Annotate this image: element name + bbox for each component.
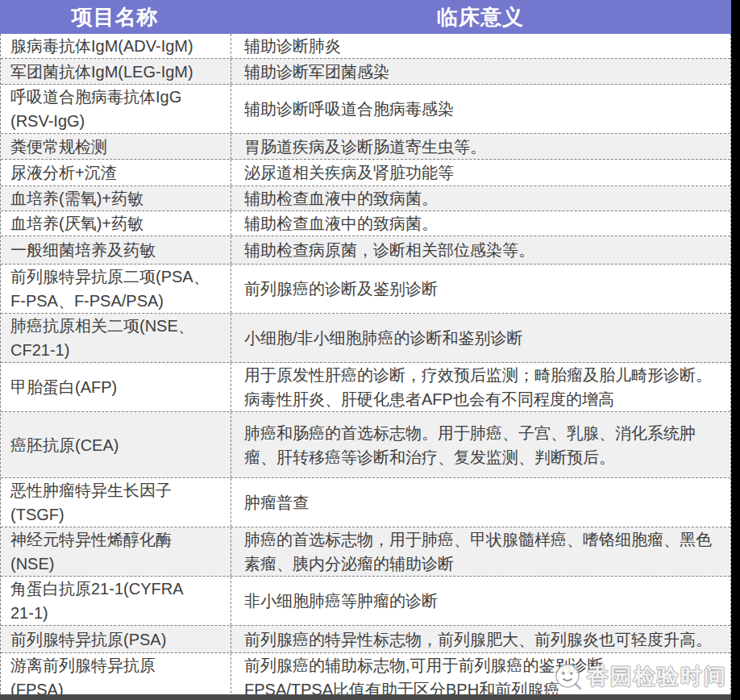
clinical-meaning-cell: 辅助检查血液中的致病菌。 bbox=[231, 211, 730, 235]
project-name-cell: 游离前列腺特异抗原 (FPSA) bbox=[1, 653, 231, 700]
project-name-cell: 癌胚抗原(CEA) bbox=[1, 412, 231, 477]
table-row: 恶性肿瘤特异生长因子 (TSGF)肿瘤普查 bbox=[1, 478, 730, 527]
project-name-cell: 呼吸道合胞病毒抗体IgG (RSV-IgG) bbox=[1, 85, 231, 133]
table-row: 血培养(厌氧)+药敏辅助检查血液中的致病菌。 bbox=[1, 211, 730, 236]
table-row: 前列腺特异抗原(PSA)前列腺癌的特异性标志物，前列腺肥大、前列腺炎也可轻度升高… bbox=[1, 626, 730, 653]
project-name-cell: 粪便常规检测 bbox=[1, 134, 231, 159]
project-name-cell: 肺癌抗原相关二项(NSE、 CF21-1) bbox=[1, 314, 231, 362]
table-body: 腺病毒抗体IgM(ADV-IgM)辅助诊断肺炎军团菌抗体IgM(LEG-IgM)… bbox=[0, 34, 731, 700]
table-row: 角蛋白抗原21-1(CYFRA 21-1)非小细胞肺癌等肿瘤的诊断 bbox=[1, 577, 730, 626]
table-header-row: 项目名称 临床意义 bbox=[0, 0, 731, 34]
clinical-meaning-cell: 辅助诊断呼吸道合胞病毒感染 bbox=[231, 85, 730, 133]
header-clinical-meaning: 临床意义 bbox=[230, 3, 731, 31]
table-row: 癌胚抗原(CEA)肺癌和肠癌的首选标志物。用于肺癌、子宫、乳腺、消化系统肿瘤、肝… bbox=[1, 412, 730, 478]
project-name-cell: 血培养(需氧)+药敏 bbox=[1, 186, 231, 210]
clinical-meaning-cell: 前列腺癌的特异性标志物，前列腺肥大、前列腺炎也可轻度升高。 bbox=[231, 626, 730, 652]
clinical-meaning-cell: 前列腺癌的诊断及鉴别诊断 bbox=[231, 265, 730, 313]
project-name-cell: 血培养(厌氧)+药敏 bbox=[1, 211, 231, 235]
clinical-meaning-cell: 辅助检查血液中的致病菌。 bbox=[231, 186, 730, 210]
bottom-edge-bar bbox=[0, 694, 740, 700]
project-name-cell: 甲胎蛋白(AFP) bbox=[1, 363, 231, 411]
project-name-cell: 恶性肿瘤特异生长因子 (TSGF) bbox=[1, 478, 231, 527]
project-name-cell: 一般细菌培养及药敏 bbox=[1, 236, 231, 264]
clinical-meaning-cell: 小细胞/非小细胞肺癌的诊断和鉴别诊断 bbox=[231, 314, 730, 362]
table-row: 血培养(需氧)+药敏辅助检查血液中的致病菌。 bbox=[1, 186, 730, 211]
project-name-cell: 神经元特异性烯醇化酶 (NSE) bbox=[1, 527, 231, 576]
project-name-cell: 前列腺特异抗原二项(PSA、 F-PSA、F-PSA/PSA) bbox=[1, 265, 231, 313]
watermark-text: 香园检验时间 bbox=[587, 662, 727, 691]
table-row: 呼吸道合胞病毒抗体IgG (RSV-IgG)辅助诊断呼吸道合胞病毒感染 bbox=[1, 85, 730, 134]
table-row: 腺病毒抗体IgM(ADV-IgM)辅助诊断肺炎 bbox=[1, 34, 730, 59]
table-row: 尿液分析+沉渣泌尿道相关疾病及肾脏功能等 bbox=[1, 160, 730, 186]
header-project-name: 项目名称 bbox=[0, 3, 230, 31]
table-row: 粪便常规检测胃肠道疾病及诊断肠道寄生虫等。 bbox=[1, 134, 730, 160]
project-name-cell: 角蛋白抗原21-1(CYFRA 21-1) bbox=[1, 577, 231, 625]
table-row: 甲胎蛋白(AFP)用于原发性肝癌的诊断，疗效预后监测；畸胎瘤及胎儿畸形诊断。 病… bbox=[1, 363, 730, 412]
clinical-meaning-cell: 用于原发性肝癌的诊断，疗效预后监测；畸胎瘤及胎儿畸形诊断。 病毒性肝炎、肝硬化患… bbox=[231, 363, 730, 411]
project-name-cell: 腺病毒抗体IgM(ADV-IgM) bbox=[1, 34, 231, 58]
table-row: 前列腺特异抗原二项(PSA、 F-PSA、F-PSA/PSA)前列腺癌的诊断及鉴… bbox=[1, 265, 730, 314]
clinical-meaning-cell: 胃肠道疾病及诊断肠道寄生虫等。 bbox=[231, 134, 730, 159]
clinical-meaning-cell: 辅助诊断军团菌感染 bbox=[231, 59, 730, 84]
clinical-meaning-cell: 辅助诊断肺炎 bbox=[231, 34, 730, 58]
project-name-cell: 前列腺特异抗原(PSA) bbox=[1, 626, 231, 652]
clinical-meaning-cell: 非小细胞肺癌等肿瘤的诊断 bbox=[231, 577, 730, 625]
magnifier-face-logo-icon bbox=[553, 661, 584, 692]
clinical-meaning-cell: 泌尿道相关疾病及肾脏功能等 bbox=[231, 160, 730, 185]
clinical-meaning-cell: 辅助检查病原菌，诊断相关部位感染等。 bbox=[231, 236, 730, 264]
watermark: 香园检验时间 bbox=[553, 661, 727, 692]
table-row: 军团菌抗体IgM(LEG-IgM)辅助诊断军团菌感染 bbox=[1, 59, 730, 85]
table-row: 神经元特异性烯醇化酶 (NSE)肺癌的首选标志物，用于肺癌、甲状腺髓样癌、嗜铬细… bbox=[1, 527, 730, 577]
table-row: 一般细菌培养及药敏辅助检查病原菌，诊断相关部位感染等。 bbox=[1, 236, 730, 265]
project-name-cell: 军团菌抗体IgM(LEG-IgM) bbox=[1, 59, 231, 84]
project-name-cell: 尿液分析+沉渣 bbox=[1, 160, 231, 185]
clinical-meaning-cell: 肺癌和肠癌的首选标志物。用于肺癌、子宫、乳腺、消化系统肿瘤、肝转移癌等诊断和治疗… bbox=[231, 412, 730, 477]
table-row: 肺癌抗原相关二项(NSE、 CF21-1)小细胞/非小细胞肺癌的诊断和鉴别诊断 bbox=[1, 314, 730, 363]
right-edge-bar bbox=[731, 0, 740, 700]
clinical-meaning-cell: 肺癌的首选标志物，用于肺癌、甲状腺髓样癌、嗜铬细胞瘤、黑色素瘤、胰内分泌瘤的辅助… bbox=[231, 527, 730, 576]
lab-test-table: 项目名称 临床意义 腺病毒抗体IgM(ADV-IgM)辅助诊断肺炎军团菌抗体Ig… bbox=[0, 0, 731, 700]
clinical-meaning-cell: 肿瘤普查 bbox=[231, 478, 730, 527]
lab-test-table-page: 项目名称 临床意义 腺病毒抗体IgM(ADV-IgM)辅助诊断肺炎军团菌抗体Ig… bbox=[0, 0, 740, 700]
